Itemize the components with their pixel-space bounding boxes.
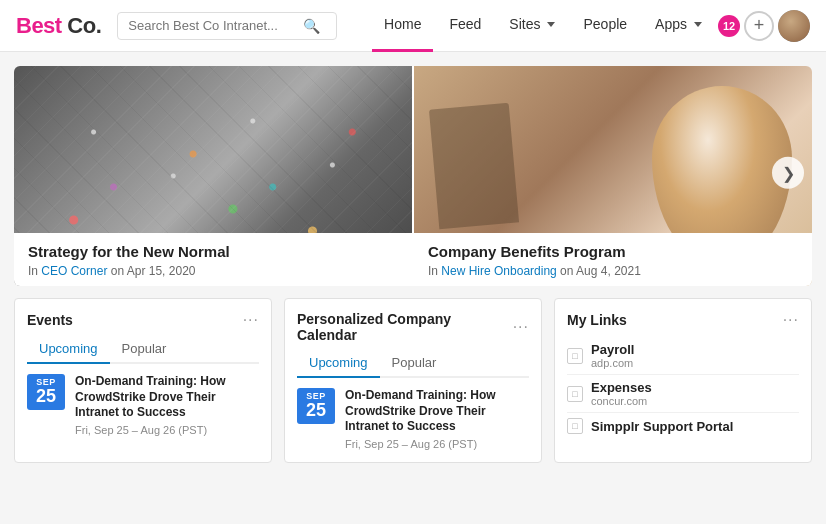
event-title[interactable]: On-Demand Training: How CrowdStrike Drov… bbox=[75, 374, 259, 421]
event-time: Fri, Sep 25 – Aug 26 (PST) bbox=[75, 424, 259, 436]
event-info: On-Demand Training: How CrowdStrike Drov… bbox=[75, 374, 259, 436]
calendar-card-title: Personalized Company Calendar bbox=[297, 311, 513, 343]
event-date-badge: SEP 25 bbox=[27, 374, 65, 410]
link-text-support: Simpplr Support Portal bbox=[591, 419, 733, 434]
calendar-tabs: Upcoming Popular bbox=[297, 351, 529, 378]
event-item: SEP 25 On-Demand Training: How CrowdStri… bbox=[27, 374, 259, 436]
search-input[interactable] bbox=[128, 18, 303, 33]
link-text-expenses: Expenses concur.com bbox=[591, 380, 652, 407]
hero-title-1: Strategy for the New Normal bbox=[28, 243, 398, 260]
chevron-down-icon bbox=[694, 22, 702, 27]
events-card-title: Events bbox=[27, 312, 73, 328]
calendar-event-day: 25 bbox=[301, 401, 331, 421]
hero-meta-1: In CEO Corner on Apr 15, 2020 bbox=[28, 264, 398, 278]
nav-item-feed[interactable]: Feed bbox=[437, 0, 493, 52]
chevron-down-icon bbox=[547, 22, 555, 27]
calendar-card-header: Personalized Company Calendar ··· bbox=[297, 311, 529, 343]
search-bar[interactable]: 🔍 bbox=[117, 12, 337, 40]
link-text-payroll: Payroll adp.com bbox=[591, 342, 634, 369]
events-tab-upcoming[interactable]: Upcoming bbox=[27, 337, 110, 364]
hero-category-link-1[interactable]: CEO Corner bbox=[41, 264, 107, 278]
nav-item-apps[interactable]: Apps bbox=[643, 0, 714, 52]
calendar-event-date-badge: SEP 25 bbox=[297, 388, 335, 424]
avatar[interactable] bbox=[778, 10, 810, 42]
main-nav: Home Feed Sites People Apps 12 + bbox=[372, 0, 810, 52]
events-tab-popular[interactable]: Popular bbox=[110, 337, 179, 364]
hero-caption-2: Company Benefits Program In New Hire Onb… bbox=[414, 233, 812, 286]
bottom-cards: Events ··· Upcoming Popular SEP 25 On-De… bbox=[14, 298, 812, 463]
calendar-event-info: On-Demand Training: How CrowdStrike Drov… bbox=[345, 388, 529, 450]
link-icon-expenses: □ bbox=[567, 386, 583, 402]
hero-meta-2: In New Hire Onboarding on Aug 4, 2021 bbox=[428, 264, 798, 278]
calendar-event-item: SEP 25 On-Demand Training: How CrowdStri… bbox=[297, 388, 529, 450]
header: Best Co. 🔍 Home Feed Sites People Apps 1… bbox=[0, 0, 826, 52]
hero-section: Strategy for the New Normal In CEO Corne… bbox=[14, 66, 812, 286]
logo[interactable]: Best Co. bbox=[16, 13, 101, 39]
add-button[interactable]: + bbox=[744, 11, 774, 41]
logo-co-text: Co. bbox=[67, 13, 101, 39]
link-item-expenses[interactable]: □ Expenses concur.com bbox=[567, 375, 799, 413]
events-more-button[interactable]: ··· bbox=[243, 311, 259, 329]
calendar-event-time: Fri, Sep 25 – Aug 26 (PST) bbox=[345, 438, 529, 450]
links-more-button[interactable]: ··· bbox=[783, 311, 799, 329]
calendar-more-button[interactable]: ··· bbox=[513, 318, 529, 336]
events-card: Events ··· Upcoming Popular SEP 25 On-De… bbox=[14, 298, 272, 463]
link-icon-payroll: □ bbox=[567, 348, 583, 364]
logo-best-text: Best bbox=[16, 13, 62, 39]
hero-category-link-2[interactable]: New Hire Onboarding bbox=[441, 264, 556, 278]
event-day: 25 bbox=[31, 387, 61, 407]
hero-card-1[interactable]: Strategy for the New Normal In CEO Corne… bbox=[14, 66, 414, 286]
events-tabs: Upcoming Popular bbox=[27, 337, 259, 364]
search-icon[interactable]: 🔍 bbox=[303, 18, 320, 34]
calendar-tab-upcoming[interactable]: Upcoming bbox=[297, 351, 380, 378]
notification-badge[interactable]: 12 bbox=[718, 15, 740, 37]
hero-caption-1: Strategy for the New Normal In CEO Corne… bbox=[14, 233, 412, 286]
links-card-title: My Links bbox=[567, 312, 627, 328]
hero-title-2: Company Benefits Program bbox=[428, 243, 798, 260]
nav-item-sites[interactable]: Sites bbox=[497, 0, 567, 52]
link-item-support[interactable]: □ Simpplr Support Portal bbox=[567, 413, 799, 439]
avatar-image bbox=[778, 10, 810, 42]
nav-item-home[interactable]: Home bbox=[372, 0, 433, 52]
events-card-header: Events ··· bbox=[27, 311, 259, 329]
calendar-tab-popular[interactable]: Popular bbox=[380, 351, 449, 378]
link-item-payroll[interactable]: □ Payroll adp.com bbox=[567, 337, 799, 375]
links-card: My Links ··· □ Payroll adp.com □ Expense… bbox=[554, 298, 812, 463]
calendar-card: Personalized Company Calendar ··· Upcomi… bbox=[284, 298, 542, 463]
link-icon-support: □ bbox=[567, 418, 583, 434]
links-card-header: My Links ··· bbox=[567, 311, 799, 329]
hero-card-2[interactable]: Company Benefits Program In New Hire Onb… bbox=[414, 66, 812, 286]
calendar-event-title[interactable]: On-Demand Training: How CrowdStrike Drov… bbox=[345, 388, 529, 435]
main-content: Strategy for the New Normal In CEO Corne… bbox=[0, 52, 826, 473]
nav-item-people[interactable]: People bbox=[571, 0, 639, 52]
hero-next-button[interactable]: ❯ bbox=[772, 157, 804, 189]
